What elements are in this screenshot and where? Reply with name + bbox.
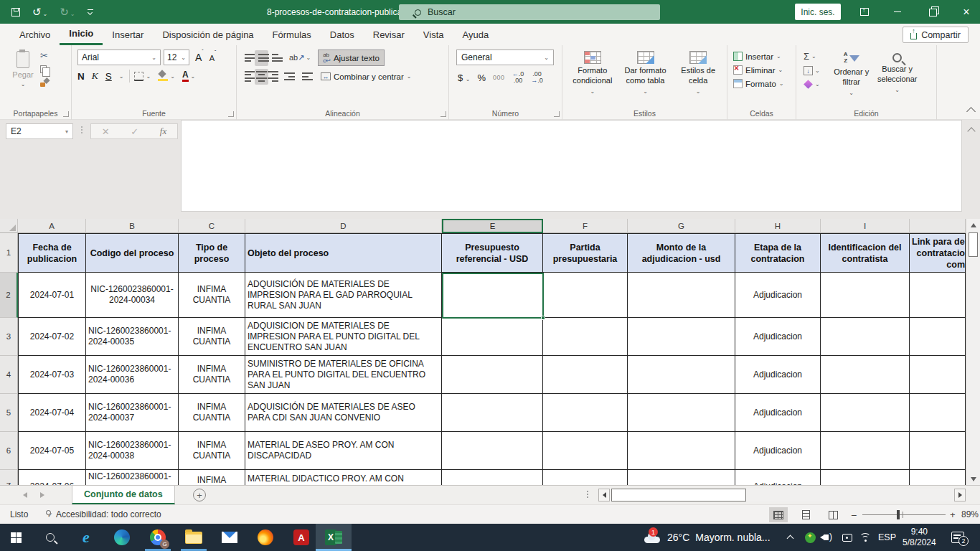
minimize-button[interactable] [885,0,910,24]
next-sheet-icon[interactable] [40,492,44,498]
horizontal-scroll-thumb[interactable] [611,489,746,501]
autosum-icon[interactable]: Σ⌄ [804,51,820,62]
search-input[interactable]: Buscar [399,4,660,20]
clock[interactable]: 9:40 5/8/2024 [903,527,936,551]
underline-button[interactable]: S [105,71,112,82]
cell-e4[interactable] [442,356,543,394]
cell-i3[interactable] [821,318,910,356]
cell-c2[interactable]: INFIMA CUANTIA [179,273,245,318]
cell-h4[interactable]: Adjudicacion [735,356,821,394]
cell-e3[interactable] [442,318,543,356]
language-indicator[interactable]: ESP [878,524,896,551]
cell-d2[interactable]: ADQUISICIÓN DE MATERIALES DE IMPRESION P… [245,273,442,318]
cell-f4[interactable] [543,356,628,394]
tab-archivo[interactable]: Archivo [10,24,60,45]
tab-insertar[interactable]: Insertar [103,24,153,45]
zoom-slider-track[interactable] [862,514,946,515]
copy-icon[interactable] [40,65,47,73]
column-header-d[interactable]: D [245,219,442,233]
edge-button[interactable] [106,524,138,551]
font-color-icon[interactable]: A [182,70,189,83]
cell-d6[interactable]: MATERIAL DE ASEO PROY. AM CON DISCAPACID… [245,432,442,470]
cell-h2[interactable]: Adjudicacion [735,273,821,318]
formula-input[interactable] [181,120,962,212]
cell-f5[interactable] [543,394,628,432]
column-header-h[interactable]: H [735,219,821,233]
row-header-4[interactable]: 4 [0,356,18,394]
save-icon[interactable] [11,8,20,17]
tab-disposicion[interactable]: Disposición de página [153,24,263,45]
cell-h5[interactable]: Adjudicacion [735,394,821,432]
cell-a6[interactable]: 2024-07-05 [18,432,86,470]
clear-icon[interactable]: ⌄ [804,80,820,89]
cell-b2[interactable]: NIC-1260023860001-2024-00034 [86,273,179,318]
italic-button[interactable]: K [92,70,98,82]
weather-widget[interactable]: 1 26°C Mayorm. nubla... [643,524,771,551]
cell-j5[interactable] [910,394,966,432]
increase-font-icon[interactable]: Aˆ [195,52,204,63]
tray-expand-button[interactable] [788,524,793,551]
page-break-view-button[interactable] [824,507,842,522]
cell-c6[interactable]: INFIMA CUANTIA [179,432,245,470]
select-all-corner[interactable] [0,219,18,233]
cell-j7[interactable] [910,470,966,485]
number-dialog-launcher[interactable] [554,111,560,117]
header-fecha[interactable]: Fecha de publicacion [18,233,86,273]
insert-function-icon[interactable]: fx [160,126,166,137]
tab-ayuda[interactable]: Ayuda [453,24,499,45]
header-identificacion[interactable]: Identificacion del contratista [821,233,910,273]
cell-b3[interactable]: NIC-1260023860001-2024-00035 [86,318,179,356]
header-partida[interactable]: Partida presupuestaria [543,233,628,273]
cell-d7[interactable]: MATERIAL DIDACTICO PROY. AM CON [245,470,442,485]
merge-center-button[interactable]: ↔ Combinar y centrar⌄ [318,68,415,85]
horizontal-scrollbar[interactable] [611,489,954,501]
cell-j4[interactable] [910,356,966,394]
excel-taskbar-button[interactable]: X [316,524,352,551]
font-dialog-launcher[interactable] [228,111,234,117]
namebox-resize-handle[interactable] [81,126,83,133]
mail-button[interactable] [214,524,245,551]
fill-color-icon[interactable] [158,71,168,81]
cell-b5[interactable]: NIC-1260023860001-2024-00037 [86,394,179,432]
column-header-a[interactable]: A [18,219,86,233]
decrease-font-icon[interactable]: Aˇ [209,53,217,62]
cell-a7[interactable]: 2024-07-06 [18,470,86,485]
cell-c3[interactable]: INFIMA CUANTIA [179,318,245,356]
row-header-7[interactable]: 7 [0,470,18,485]
column-header-e-selected[interactable]: E [442,219,543,233]
increase-indent-icon[interactable] [298,69,311,85]
page-layout-view-button[interactable] [796,507,815,522]
sign-in-button[interactable]: Inic. ses. [795,4,841,20]
number-format-select[interactable]: General⌄ [456,50,554,65]
clipboard-dialog-launcher[interactable] [63,111,69,117]
cell-f3[interactable] [543,318,628,356]
cell-i7[interactable] [821,470,910,485]
vertical-scroll-thumb[interactable] [969,232,978,257]
align-middle-icon[interactable] [255,50,268,66]
currency-icon[interactable]: $ ⌄ [458,72,471,83]
percent-icon[interactable]: % [478,72,486,83]
row-header-2[interactable]: 2 [0,273,18,318]
antivirus-tray-button[interactable] [805,524,816,551]
share-button[interactable]: Compartir [903,27,969,43]
start-button[interactable] [0,524,32,551]
internet-explorer-button[interactable]: e [70,524,102,551]
wrap-text-button[interactable]: abc↩ Ajustar texto [318,50,385,66]
cancel-formula-icon[interactable]: ✕ [102,126,110,137]
header-codigo[interactable]: Codigo del proceso [86,233,179,273]
cell-i6[interactable] [821,432,910,470]
cell-j6[interactable] [910,432,966,470]
cell-g7[interactable] [628,470,735,485]
zoom-in-icon[interactable]: + [950,509,956,520]
cell-h6[interactable]: Adjudicacion [735,432,821,470]
cell-a4[interactable]: 2024-07-03 [18,356,86,394]
prev-sheet-icon[interactable] [23,492,27,498]
name-box[interactable]: E2▾ [6,123,73,139]
row-header-1[interactable]: 1 [0,233,18,273]
column-header-c[interactable]: C [179,219,245,233]
cell-g2[interactable] [628,273,735,318]
cell-j2[interactable] [910,273,966,318]
redo-button[interactable]: ↻⌄ [60,6,75,19]
cell-a2[interactable]: 2024-07-01 [18,273,86,318]
cell-h7[interactable]: Adjudicacion [735,470,821,485]
